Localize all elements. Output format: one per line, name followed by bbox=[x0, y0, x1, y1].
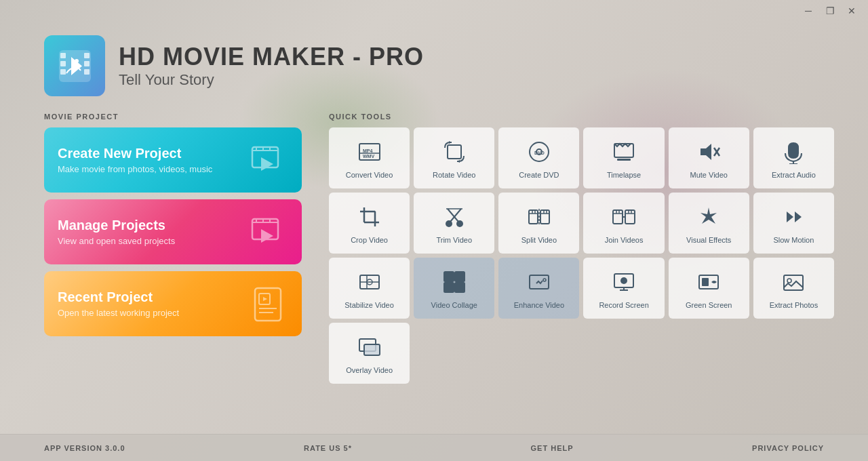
create-dvd-label: Create DVD bbox=[519, 171, 559, 179]
svg-rect-70 bbox=[444, 283, 454, 292]
app-title: HD MOVIE MAKER - PRO bbox=[119, 43, 424, 71]
svg-rect-51 bbox=[540, 210, 549, 224]
privacy-policy[interactable]: PRIVACY POLICY bbox=[752, 444, 824, 452]
stabilize-video-tool[interactable]: Stabilize Video bbox=[329, 258, 410, 319]
get-help[interactable]: GET HELP bbox=[531, 444, 574, 452]
svg-rect-3 bbox=[60, 69, 66, 75]
svg-rect-31 bbox=[617, 159, 631, 161]
convert-video-tool[interactable]: MP4 WMV Convert Video bbox=[329, 127, 410, 188]
overlay-video-icon bbox=[355, 332, 384, 362]
svg-text:DVD: DVD bbox=[534, 151, 545, 155]
quick-tools-section: QUICK TOOLS MP4 WMV Convert Video bbox=[329, 113, 834, 420]
record-screen-label: Record Screen bbox=[599, 301, 648, 309]
join-videos-icon bbox=[609, 202, 639, 232]
record-screen-icon bbox=[609, 267, 639, 297]
svg-rect-80 bbox=[784, 275, 803, 290]
svg-marker-32 bbox=[701, 144, 711, 160]
convert-video-label: Convert Video bbox=[346, 171, 393, 179]
app-subtitle: Tell Your Story bbox=[119, 71, 424, 89]
extract-audio-icon bbox=[778, 137, 808, 167]
create-dvd-tool[interactable]: DVD Create DVD bbox=[498, 127, 579, 188]
enhance-video-tool[interactable]: Enhance Video bbox=[498, 258, 579, 319]
timelapse-label: Timelapse bbox=[607, 171, 641, 179]
svg-line-44 bbox=[450, 209, 461, 222]
rate-us[interactable]: RATE US 5* bbox=[304, 444, 352, 452]
green-screen-icon bbox=[694, 267, 724, 297]
movie-project-section: MOVIE PROJECT Create New Project Make mo… bbox=[44, 113, 302, 420]
extract-photos-tool[interactable]: Extract Photos bbox=[753, 258, 834, 319]
mute-video-label: Mute Video bbox=[690, 171, 728, 179]
svg-point-7 bbox=[75, 59, 79, 63]
svg-point-81 bbox=[787, 279, 791, 283]
recent-project-subtitle: Open the latest working project bbox=[58, 308, 248, 318]
quick-tools-label: QUICK TOOLS bbox=[329, 113, 834, 121]
video-collage-tool[interactable]: Video Collage bbox=[414, 258, 494, 319]
overlay-video-tool[interactable]: Overlay Video bbox=[329, 323, 410, 384]
manage-projects-card[interactable]: Manage Projects View and open saved proj… bbox=[44, 199, 302, 264]
video-collage-label: Video Collage bbox=[431, 301, 477, 309]
join-videos-tool[interactable]: Join Videos bbox=[583, 193, 664, 254]
svg-rect-26 bbox=[448, 145, 461, 159]
timelapse-tool[interactable]: Timelapse bbox=[583, 127, 664, 188]
svg-rect-41 bbox=[364, 212, 375, 222]
join-videos-label: Join Videos bbox=[605, 236, 644, 244]
extract-photos-label: Extract Photos bbox=[770, 301, 818, 309]
extract-audio-tool[interactable]: Extract Audio bbox=[753, 127, 834, 188]
recent-project-icon bbox=[248, 283, 288, 324]
create-dvd-icon: DVD bbox=[524, 137, 554, 167]
svg-rect-5 bbox=[84, 61, 90, 66]
svg-rect-47 bbox=[529, 210, 538, 224]
app-logo bbox=[44, 35, 105, 96]
manage-projects-icon bbox=[248, 212, 288, 252]
content-area: MOVIE PROJECT Create New Project Make mo… bbox=[44, 113, 834, 420]
record-screen-tool[interactable]: Record Screen bbox=[583, 258, 664, 319]
recent-project-card[interactable]: Recent Project Open the latest working p… bbox=[44, 271, 302, 336]
visual-effects-icon bbox=[694, 202, 724, 232]
svg-point-77 bbox=[620, 277, 627, 284]
green-screen-tool[interactable]: Green Screen bbox=[669, 258, 749, 319]
timelapse-icon bbox=[609, 137, 639, 167]
recent-project-title: Recent Project bbox=[58, 289, 248, 305]
footer: APP VERSION 3.0.0 RATE US 5* GET HELP PR… bbox=[0, 434, 868, 461]
svg-rect-4 bbox=[84, 53, 90, 58]
close-button[interactable]: ✕ bbox=[841, 0, 863, 22]
mute-video-tool[interactable]: Mute Video bbox=[669, 127, 749, 188]
manage-projects-title: Manage Projects bbox=[58, 218, 248, 233]
svg-line-45 bbox=[448, 209, 458, 222]
create-new-subtitle: Make movie from photos, videos, music bbox=[58, 164, 248, 174]
visual-effects-label: Visual Effects bbox=[686, 236, 731, 244]
green-screen-label: Green Screen bbox=[686, 301, 732, 309]
svg-text:MP4: MP4 bbox=[363, 148, 373, 153]
split-video-tool[interactable]: Split Video bbox=[498, 193, 579, 254]
create-new-project-card[interactable]: Create New Project Make movie from photo… bbox=[44, 127, 302, 193]
rotate-video-icon bbox=[439, 137, 469, 167]
svg-rect-68 bbox=[444, 272, 454, 281]
trim-video-tool[interactable]: Trim Video bbox=[414, 193, 494, 254]
trim-video-icon bbox=[439, 202, 469, 232]
split-video-icon bbox=[524, 202, 554, 232]
svg-rect-79 bbox=[702, 278, 709, 286]
enhance-video-icon bbox=[524, 267, 554, 297]
convert-video-icon: MP4 WMV bbox=[355, 137, 384, 167]
crop-video-icon bbox=[355, 202, 384, 232]
create-new-title: Create New Project bbox=[58, 146, 248, 161]
slow-motion-label: Slow Motion bbox=[773, 236, 814, 244]
enhance-video-label: Enhance Video bbox=[514, 301, 564, 309]
mute-video-icon bbox=[694, 137, 724, 167]
main-content: HD MOVIE MAKER - PRO Tell Your Story MOV… bbox=[0, 22, 868, 434]
svg-rect-6 bbox=[84, 69, 90, 75]
visual-effects-tool[interactable]: Visual Effects bbox=[669, 193, 749, 254]
slow-motion-tool[interactable]: Slow Motion bbox=[753, 193, 834, 254]
overlay-video-label: Overlay Video bbox=[346, 366, 393, 374]
crop-video-label: Crop Video bbox=[351, 236, 388, 244]
maximize-button[interactable]: ❐ bbox=[819, 0, 841, 22]
stabilize-video-icon bbox=[355, 267, 384, 297]
tools-grid: MP4 WMV Convert Video bbox=[329, 127, 834, 384]
minimize-button[interactable]: ─ bbox=[797, 0, 819, 22]
svg-rect-2 bbox=[60, 61, 66, 66]
trim-video-label: Trim Video bbox=[436, 236, 472, 244]
rotate-video-tool[interactable]: Rotate Video bbox=[414, 127, 494, 188]
svg-point-73 bbox=[543, 279, 546, 281]
crop-video-tool[interactable]: Crop Video bbox=[329, 193, 410, 254]
header-text: HD MOVIE MAKER - PRO Tell Your Story bbox=[119, 43, 424, 89]
